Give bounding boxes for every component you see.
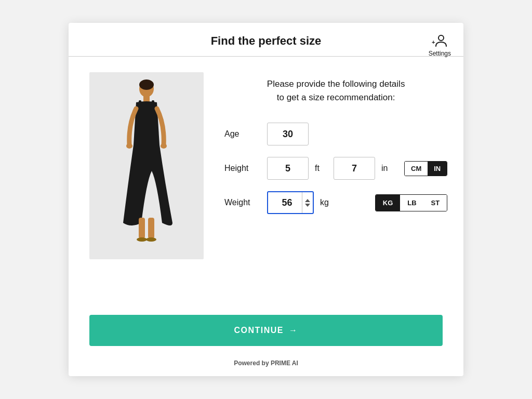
modal-body: Please provide the following details to …	[69, 57, 463, 304]
form-description: Please provide the following details to …	[224, 77, 447, 104]
svg-point-12	[161, 143, 167, 149]
svg-point-1	[438, 35, 444, 41]
svg-point-11	[126, 143, 132, 149]
continue-label: CONTINUE	[234, 326, 284, 335]
svg-point-3	[139, 79, 154, 90]
svg-rect-8	[148, 218, 154, 238]
weight-label: Weight	[224, 198, 261, 207]
weight-unit: kg	[320, 198, 332, 207]
footer: Powered by PRIME AI	[69, 354, 463, 376]
weight-value: 56	[268, 197, 302, 208]
svg-point-9	[137, 237, 147, 242]
height-unit-toggle: CM IN	[404, 161, 447, 176]
weight-lb-button[interactable]: LB	[400, 195, 423, 211]
svg-rect-5	[139, 100, 141, 111]
height-row: Height ft in CM IN	[224, 157, 447, 180]
weight-unit-toggle: KG LB ST	[375, 194, 447, 211]
settings-icon: +	[431, 32, 448, 49]
weight-kg-button[interactable]: KG	[376, 195, 401, 211]
page-title: Find the perfect size	[211, 34, 322, 48]
svg-point-10	[146, 237, 156, 242]
height-cm-button[interactable]: CM	[405, 162, 428, 176]
height-ft-input[interactable]	[267, 157, 309, 180]
age-input[interactable]	[267, 123, 309, 145]
svg-text:+: +	[432, 39, 435, 45]
settings-label: Settings	[429, 50, 451, 57]
weight-row: Weight 56 kg KG LB ST	[224, 191, 447, 214]
product-image-column	[89, 72, 204, 294]
product-image	[89, 72, 204, 259]
modal-container: Find the perfect size + Settings	[69, 23, 463, 376]
form-column: Please provide the following details to …	[224, 72, 447, 294]
weight-stepper[interactable]: 56	[267, 191, 314, 214]
stepper-up-arrow[interactable]	[305, 199, 310, 202]
footer-brand: PRIME AI	[271, 360, 298, 367]
settings-button[interactable]: + Settings	[427, 30, 453, 59]
height-in-unit: in	[381, 164, 394, 173]
age-label: Age	[224, 129, 261, 139]
height-ft-unit: ft	[315, 164, 327, 173]
weight-st-button[interactable]: ST	[424, 195, 447, 211]
continue-button[interactable]: CONTINUE →	[89, 315, 443, 346]
modal-header: Find the perfect size + Settings	[69, 23, 463, 57]
form-rows: Age Height ft in CM IN W	[224, 123, 447, 214]
stepper-down-arrow[interactable]	[305, 204, 310, 207]
footer-text: Powered by	[234, 360, 271, 367]
svg-rect-7	[139, 218, 145, 238]
age-row: Age	[224, 123, 447, 145]
continue-arrow: →	[289, 326, 298, 335]
continue-section: CONTINUE →	[69, 304, 463, 354]
stepper-arrows	[302, 192, 313, 213]
svg-rect-6	[152, 100, 154, 111]
height-in-button[interactable]: IN	[428, 162, 447, 176]
height-label: Height	[224, 164, 261, 173]
height-in-input[interactable]	[334, 157, 375, 180]
